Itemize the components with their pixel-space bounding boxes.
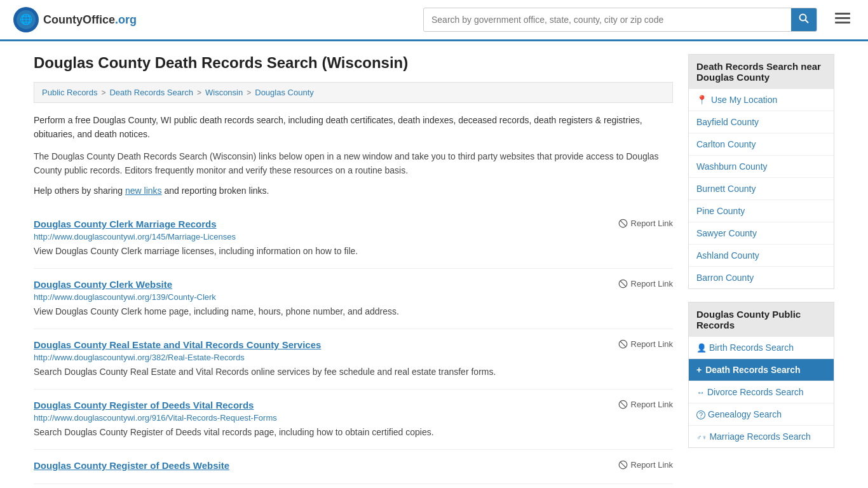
list-item[interactable]: 👤 Birth Records Search xyxy=(689,337,834,359)
birth-records-link[interactable]: 👤 Birth Records Search xyxy=(689,337,834,358)
barron-link[interactable]: Barron County xyxy=(689,267,834,288)
report-link[interactable]: Report Link xyxy=(618,339,673,349)
sawyer-link[interactable]: Sawyer County xyxy=(689,222,834,244)
nearby-list: 📍 Use My Location Bayfield County Carlto… xyxy=(689,89,834,288)
list-item[interactable]: Burnett County xyxy=(689,178,834,200)
public-records-list: 👤 Birth Records Search + Death Records S… xyxy=(689,337,834,447)
use-my-location-link[interactable]: 📍 Use My Location xyxy=(689,89,834,111)
location-icon: 📍 xyxy=(696,95,707,105)
pine-link[interactable]: Pine County xyxy=(689,200,834,222)
nearby-section-header: Death Records Search near Douglas County xyxy=(689,55,834,89)
report-icon xyxy=(618,279,628,288)
list-item-active[interactable]: + Death Records Search xyxy=(689,359,834,381)
svg-rect-6 xyxy=(835,17,850,19)
result-header: Douglas County Register of Deeds Website… xyxy=(34,460,673,471)
report-label: Report Link xyxy=(631,400,673,409)
search-bar xyxy=(423,8,817,32)
marriage-records-label: Marriage Records Search xyxy=(709,431,811,442)
ashland-link[interactable]: Ashland County xyxy=(689,245,834,266)
logo-icon: 🌐 xyxy=(13,6,39,33)
public-records-section-header: Douglas County Public Records xyxy=(689,302,834,337)
svg-text:🌐: 🌐 xyxy=(20,13,32,25)
result-title[interactable]: Douglas County Register of Deeds Website xyxy=(34,460,229,471)
report-icon xyxy=(618,339,628,349)
list-item[interactable]: Bayfield County xyxy=(689,111,834,133)
death-records-link[interactable]: + Death Records Search xyxy=(689,359,834,381)
new-links-link[interactable]: new links xyxy=(125,186,162,196)
report-label: Report Link xyxy=(631,339,673,349)
report-link[interactable]: Report Link xyxy=(618,400,673,409)
washburn-link[interactable]: Washburn County xyxy=(689,156,834,177)
svg-line-4 xyxy=(806,20,809,24)
report-label: Report Link xyxy=(631,279,673,288)
list-item[interactable]: Washburn County xyxy=(689,156,834,178)
result-url[interactable]: http://www.douglascountywi.org/145/Marri… xyxy=(34,232,673,241)
svg-point-3 xyxy=(800,15,806,21)
list-item[interactable]: ↔ Divorce Records Search xyxy=(689,381,834,403)
list-item[interactable]: Ashland County xyxy=(689,245,834,267)
use-my-location-label: Use My Location xyxy=(711,95,777,105)
report-link[interactable]: Report Link xyxy=(618,279,673,288)
breadcrumb-douglas-county[interactable]: Douglas County xyxy=(255,88,314,97)
svg-line-15 xyxy=(620,402,626,407)
result-title[interactable]: Douglas County Clerk Website xyxy=(34,279,172,290)
genealogy-label: Genealogy Search xyxy=(708,409,782,419)
divorce-records-link[interactable]: ↔ Divorce Records Search xyxy=(689,381,834,403)
description-3: Help others by sharing new links and rep… xyxy=(34,186,673,196)
description-2: The Douglas County Death Records Search … xyxy=(34,149,673,178)
plus-icon: + xyxy=(696,365,702,375)
svg-line-17 xyxy=(620,462,626,468)
result-title[interactable]: Douglas County Real Estate and Vital Rec… xyxy=(34,339,321,350)
result-title[interactable]: Douglas County Register of Deeds Vital R… xyxy=(34,400,254,410)
sidebar: Death Records Search near Douglas County… xyxy=(688,54,834,484)
search-input[interactable] xyxy=(424,10,791,30)
marriage-records-link[interactable]: ♂♀ Marriage Records Search xyxy=(689,426,834,447)
genealogy-icon: ? xyxy=(696,410,705,419)
list-item[interactable]: ♂♀ Marriage Records Search xyxy=(689,426,834,447)
result-desc: Search Douglas County Register of Deeds … xyxy=(34,426,673,439)
logo[interactable]: 🌐 CountyOffice.org xyxy=(13,6,137,33)
bayfield-link[interactable]: Bayfield County xyxy=(689,111,834,133)
marriage-icon: ♂♀ xyxy=(696,433,707,441)
description-3-prefix: Help others by sharing xyxy=(34,186,125,196)
results-list: Douglas County Clerk Marriage Records Re… xyxy=(34,208,673,484)
svg-line-11 xyxy=(620,281,626,287)
breadcrumb-public-records[interactable]: Public Records xyxy=(42,88,97,97)
report-link[interactable]: Report Link xyxy=(618,460,673,470)
list-item[interactable]: Barron County xyxy=(689,267,834,288)
breadcrumb-sep-1: > xyxy=(101,88,105,97)
description-3-suffix: and reporting broken links. xyxy=(162,186,269,196)
page-title: Douglas County Death Records Search (Wis… xyxy=(34,54,673,72)
report-link[interactable]: Report Link xyxy=(618,219,673,228)
list-item[interactable]: Carlton County xyxy=(689,133,834,156)
result-url[interactable]: http://www.douglascountywi.org/382/Real-… xyxy=(34,353,673,362)
divorce-records-label: Divorce Records Search xyxy=(707,387,804,397)
result-header: Douglas County Real Estate and Vital Rec… xyxy=(34,339,673,350)
list-item[interactable]: Pine County xyxy=(689,200,834,222)
svg-rect-7 xyxy=(835,22,850,24)
result-header: Douglas County Clerk Website Report Link xyxy=(34,279,673,290)
result-header: Douglas County Clerk Marriage Records Re… xyxy=(34,219,673,229)
breadcrumb-death-records[interactable]: Death Records Search xyxy=(109,88,193,97)
svg-line-13 xyxy=(620,341,626,347)
site-header: 🌐 CountyOffice.org xyxy=(0,0,868,41)
description-1: Perform a free Douglas County, WI public… xyxy=(34,113,673,142)
breadcrumb-wisconsin[interactable]: Wisconsin xyxy=(205,88,243,97)
list-item[interactable]: Sawyer County xyxy=(689,222,834,245)
menu-button[interactable] xyxy=(830,9,855,30)
carlton-link[interactable]: Carlton County xyxy=(689,133,834,155)
result-item: Douglas County Clerk Website Report Link… xyxy=(34,269,673,329)
svg-rect-5 xyxy=(835,13,850,15)
burnett-link[interactable]: Burnett County xyxy=(689,178,834,200)
list-item[interactable]: ? Genealogy Search xyxy=(689,403,834,426)
breadcrumb-sep-2: > xyxy=(197,88,201,97)
report-label: Report Link xyxy=(631,460,673,470)
search-button[interactable] xyxy=(791,8,817,31)
result-url[interactable]: http://www.douglascountywi.org/139/Count… xyxy=(34,292,673,302)
result-title[interactable]: Douglas County Clerk Marriage Records xyxy=(34,219,217,229)
list-item-location[interactable]: 📍 Use My Location xyxy=(689,89,834,111)
result-url[interactable]: http://www.douglascountywi.org/916/Vital… xyxy=(34,413,673,423)
hamburger-icon xyxy=(835,13,850,24)
public-records-section: Douglas County Public Records 👤 Birth Re… xyxy=(688,302,834,448)
genealogy-link[interactable]: ? Genealogy Search xyxy=(689,403,834,425)
